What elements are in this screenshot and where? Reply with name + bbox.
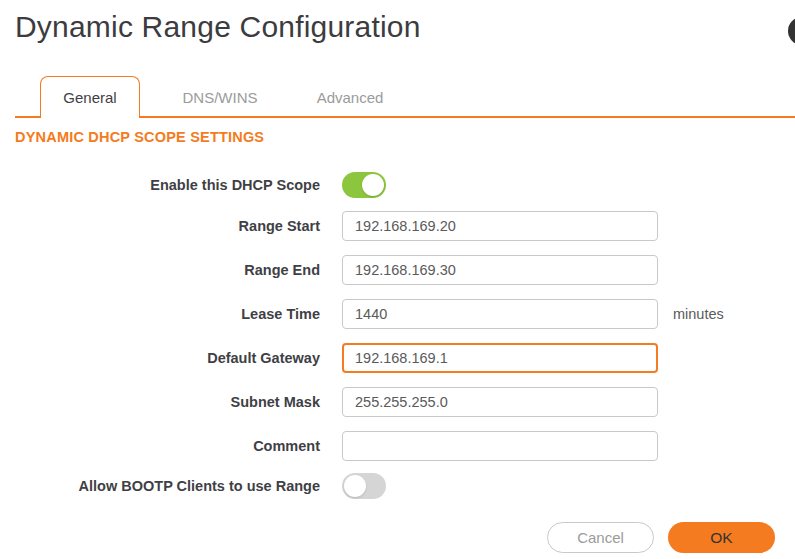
form-row: Default Gateway <box>0 343 795 373</box>
subnet-mask-label: Subnet Mask <box>0 394 320 410</box>
range-end-input[interactable] <box>342 255 658 285</box>
form-row: Range End <box>0 255 795 285</box>
section-title: DYNAMIC DHCP SCOPE SETTINGS <box>15 129 795 145</box>
cancel-button[interactable]: Cancel <box>547 522 654 553</box>
comment-label: Comment <box>0 438 320 454</box>
tab-general-label: General <box>63 89 116 106</box>
dialog-footer: Cancel OK <box>0 522 795 553</box>
default-gateway-input[interactable] <box>342 343 658 373</box>
tab-dns-wins[interactable]: DNS/WINS <box>170 77 270 118</box>
enable-dhcp-scope-toggle[interactable] <box>342 172 386 198</box>
dialog-header: Dynamic Range Configuration <box>0 0 795 44</box>
form-row: Enable this DHCP Scope <box>0 172 795 198</box>
allow-bootp-label: Allow BOOTP Clients to use Range <box>0 478 320 494</box>
tab-advanced[interactable]: Advanced <box>300 77 400 118</box>
enable-dhcp-scope-label: Enable this DHCP Scope <box>0 177 320 193</box>
ok-button[interactable]: OK <box>668 522 775 553</box>
comment-input[interactable] <box>342 431 658 461</box>
tab-bar: General DNS/WINS Advanced <box>0 76 795 118</box>
form-row: Allow BOOTP Clients to use Range <box>0 473 795 499</box>
lease-time-label: Lease Time <box>0 306 320 322</box>
range-start-input[interactable] <box>342 211 658 241</box>
toggle-knob <box>344 475 366 497</box>
page-title: Dynamic Range Configuration <box>15 10 795 44</box>
lease-time-unit: minutes <box>673 306 724 322</box>
subnet-mask-input[interactable] <box>342 387 658 417</box>
form-row: Comment <box>0 431 795 461</box>
tab-general[interactable]: General <box>40 76 140 118</box>
dhcp-scope-form: Enable this DHCP Scope Range Start Range… <box>0 172 795 499</box>
form-row: Lease Time minutes <box>0 299 795 329</box>
allow-bootp-toggle[interactable] <box>342 473 386 499</box>
toggle-knob <box>362 174 384 196</box>
tab-advanced-label: Advanced <box>317 89 384 106</box>
form-row: Range Start <box>0 211 795 241</box>
tab-dns-wins-label: DNS/WINS <box>183 89 258 106</box>
range-end-label: Range End <box>0 262 320 278</box>
default-gateway-label: Default Gateway <box>0 350 320 366</box>
range-start-label: Range Start <box>0 218 320 234</box>
lease-time-input[interactable] <box>342 299 658 329</box>
form-row: Subnet Mask <box>0 387 795 417</box>
